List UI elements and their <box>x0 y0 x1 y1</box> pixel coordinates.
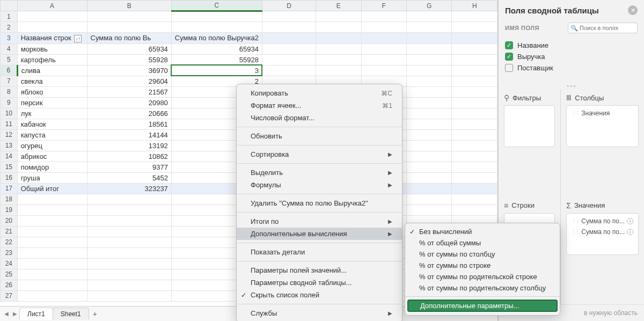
cell[interactable] <box>87 290 171 301</box>
row-header-22[interactable]: 22 <box>1 237 18 247</box>
cell[interactable]: 14144 <box>87 129 171 140</box>
menu-show-details[interactable]: Показать детали <box>237 246 402 258</box>
cell[interactable] <box>17 11 87 22</box>
cell[interactable] <box>361 22 406 33</box>
cell[interactable]: 21567 <box>87 86 171 97</box>
row-header-20[interactable]: 20 <box>1 215 18 226</box>
col-header-E[interactable]: E <box>316 1 361 11</box>
cell[interactable] <box>407 33 452 44</box>
cell[interactable]: 20980 <box>87 97 171 108</box>
cell[interactable]: лук <box>17 108 87 119</box>
cell[interactable]: свекла <box>17 76 87 86</box>
cell[interactable] <box>361 33 406 44</box>
cell[interactable]: яблоко <box>17 86 87 97</box>
cell[interactable] <box>17 237 87 247</box>
row-header-4[interactable]: 4 <box>1 43 18 54</box>
cell[interactable] <box>452 183 497 194</box>
cell[interactable]: 9377 <box>87 162 171 172</box>
menu-sort[interactable]: Сортировка▶ <box>237 148 402 160</box>
row-header-13[interactable]: 13 <box>1 140 18 151</box>
menu-copy[interactable]: Копировать⌘C <box>237 87 402 99</box>
cell[interactable] <box>407 22 452 33</box>
cell[interactable] <box>262 54 316 65</box>
menu-services[interactable]: Службы▶ <box>237 307 402 319</box>
cell[interactable] <box>452 33 497 44</box>
cell[interactable] <box>87 237 171 247</box>
cell[interactable]: 55928 <box>87 54 171 65</box>
cell[interactable] <box>452 54 497 65</box>
cell[interactable]: 13192 <box>87 140 171 151</box>
cell[interactable] <box>452 11 497 22</box>
menu-format-cells[interactable]: Формат ячеек...⌘1 <box>237 99 402 112</box>
cell[interactable] <box>87 205 171 215</box>
field-search-box[interactable]: 🔍 <box>568 23 638 33</box>
menu-pivot-options[interactable]: Параметры сводной таблицы... <box>237 276 402 289</box>
cell[interactable] <box>452 162 497 172</box>
cell[interactable] <box>361 65 406 76</box>
cell[interactable] <box>407 108 452 119</box>
col-header-A[interactable]: A <box>17 1 87 11</box>
sheet-tab-inactive[interactable]: Sheet1 <box>53 308 89 320</box>
cell[interactable] <box>87 247 171 258</box>
cell[interactable] <box>17 269 87 280</box>
cell[interactable] <box>316 65 361 76</box>
col-header-F[interactable]: F <box>361 1 406 11</box>
cell[interactable]: помидор <box>17 162 87 172</box>
menu-refresh[interactable]: Обновить <box>237 130 402 142</box>
cell[interactable] <box>316 33 361 44</box>
cell[interactable] <box>407 205 452 215</box>
cell[interactable]: картофель <box>17 54 87 65</box>
row-header-12[interactable]: 12 <box>1 129 18 140</box>
cell[interactable]: персик <box>17 97 87 108</box>
zone-pill[interactable]: ⋮⋮Сумма по по...i <box>569 216 636 227</box>
cell[interactable] <box>452 43 497 54</box>
cell[interactable]: 10862 <box>87 151 171 162</box>
cell[interactable] <box>407 97 452 108</box>
row-header-8[interactable]: 8 <box>1 86 18 97</box>
cell[interactable] <box>87 11 171 22</box>
cell[interactable] <box>452 172 497 183</box>
cell[interactable] <box>17 280 87 290</box>
cell[interactable]: огурец <box>17 140 87 151</box>
cell[interactable] <box>361 11 406 22</box>
field-row[interactable]: Поставщик <box>505 62 638 74</box>
cell[interactable] <box>316 43 361 54</box>
row-header-2[interactable]: 2 <box>1 22 18 33</box>
tab-prev-icon[interactable]: ◀ <box>2 310 11 318</box>
zone-pill[interactable]: ⋮⋮Сумма по по...i <box>569 227 636 237</box>
cell[interactable]: кабачок <box>17 119 87 129</box>
cell[interactable]: 323237 <box>87 183 171 194</box>
close-icon[interactable]: ✕ <box>628 5 638 15</box>
row-header-17[interactable]: 17 <box>1 183 18 194</box>
checkbox[interactable] <box>505 64 513 72</box>
cell[interactable] <box>407 43 452 54</box>
cell[interactable] <box>452 205 497 215</box>
submenu-pct-column[interactable]: % от суммы по столбцу <box>405 249 560 260</box>
cell[interactable]: Сумма по полю Выручка2 <box>171 33 262 44</box>
cell[interactable] <box>171 11 262 22</box>
cell[interactable] <box>87 194 171 205</box>
submenu-no-calculation[interactable]: Без вычислений <box>405 226 560 237</box>
cell[interactable] <box>17 258 87 269</box>
cell[interactable]: 65934 <box>171 43 262 54</box>
cell[interactable] <box>87 215 171 226</box>
menu-subtotals[interactable]: Итоги по▶ <box>237 215 402 228</box>
cell[interactable] <box>17 290 87 301</box>
col-header-H[interactable]: H <box>452 1 497 11</box>
row-header-21[interactable]: 21 <box>1 226 18 237</box>
cell[interactable] <box>17 247 87 258</box>
cell[interactable] <box>87 269 171 280</box>
cell[interactable] <box>407 76 452 86</box>
row-header-10[interactable]: 10 <box>1 108 18 119</box>
cell[interactable] <box>452 65 497 76</box>
col-header-B[interactable]: B <box>87 1 171 11</box>
cell[interactable] <box>262 11 316 22</box>
cell[interactable] <box>407 162 452 172</box>
cell[interactable]: морковь <box>17 43 87 54</box>
cell[interactable] <box>87 226 171 237</box>
cell[interactable]: 36970 <box>87 65 171 76</box>
cell[interactable]: 5452 <box>87 172 171 183</box>
row-header-9[interactable]: 9 <box>1 97 18 108</box>
cell[interactable] <box>452 129 497 140</box>
cell[interactable] <box>361 43 406 54</box>
